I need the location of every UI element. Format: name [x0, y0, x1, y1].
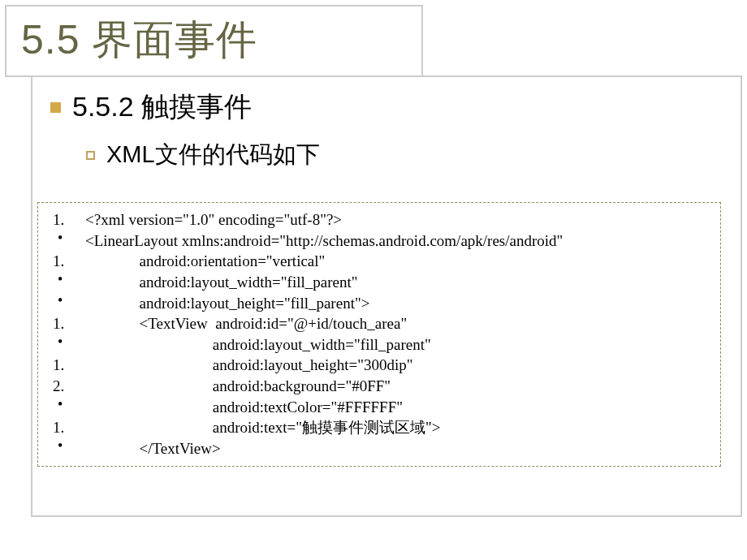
slide-title: 5.5 界面事件 [21, 17, 257, 62]
code-line: 2. android:background="#0FF" [46, 376, 712, 397]
code-text: android:layout_height="300dip" [85, 355, 413, 376]
bullet-icon [50, 102, 61, 113]
code-block: 1. <?xml version="1.0" encoding="utf-8"?… [37, 202, 721, 467]
subheading: XML文件的代码如下 [106, 139, 320, 171]
subheading-row: XML文件的代码如下 [86, 139, 726, 171]
code-text: android:background="#0FF" [85, 376, 391, 397]
code-line: • android:textColor="#FFFFFF" [46, 397, 712, 418]
code-line: • android:layout_width="fill_parent" [46, 334, 712, 355]
code-text: <?xml version="1.0" encoding="utf-8"?> [85, 209, 342, 230]
bullet-outline-icon [86, 151, 95, 160]
code-line: • <LinearLayout xmlns:android="http://sc… [46, 230, 712, 252]
code-text: android:layout_height="fill_parent"> [85, 293, 369, 314]
code-text: <LinearLayout xmlns:android="http://sche… [85, 230, 563, 252]
subtitle: 5.5.2 触摸事件 [72, 88, 252, 126]
code-marker: • [46, 228, 85, 248]
code-line: • android:layout_width="fill_parent" [46, 272, 712, 293]
code-marker: • [46, 436, 85, 455]
code-marker: • [46, 269, 85, 289]
code-text: </TextView> [85, 438, 221, 459]
code-marker: 1. [46, 355, 85, 376]
code-text: android:orientation="vertical" [85, 251, 325, 272]
code-marker: • [46, 332, 85, 351]
code-line: • </TextView> [46, 438, 712, 459]
slide-title-box: 5.5 界面事件 [5, 5, 423, 77]
subtitle-row: 5.5.2 触摸事件 [50, 88, 726, 126]
code-line: 1. android:text="触摸事件测试区域"> [46, 417, 712, 438]
slide-content-box: 5.5.2 触摸事件 XML文件的代码如下 1. <?xml version="… [31, 75, 742, 517]
code-text: <TextView android:id="@+id/touch_area" [85, 313, 407, 334]
code-line: 1. <TextView android:id="@+id/touch_area… [46, 313, 712, 334]
code-text: android:textColor="#FFFFFF" [85, 397, 403, 418]
code-marker: • [46, 291, 85, 310]
code-text: android:layout_width="fill_parent" [85, 334, 431, 355]
code-line: 1. android:orientation="vertical" [46, 251, 712, 272]
code-line: 1. <?xml version="1.0" encoding="utf-8"?… [46, 209, 712, 230]
code-marker: • [46, 394, 85, 414]
code-line: • android:layout_height="fill_parent"> [46, 293, 712, 314]
code-text: android:layout_width="fill_parent" [85, 272, 357, 293]
code-text: android:text="触摸事件测试区域"> [85, 417, 441, 438]
code-line: 1. android:layout_height="300dip" [46, 355, 712, 376]
